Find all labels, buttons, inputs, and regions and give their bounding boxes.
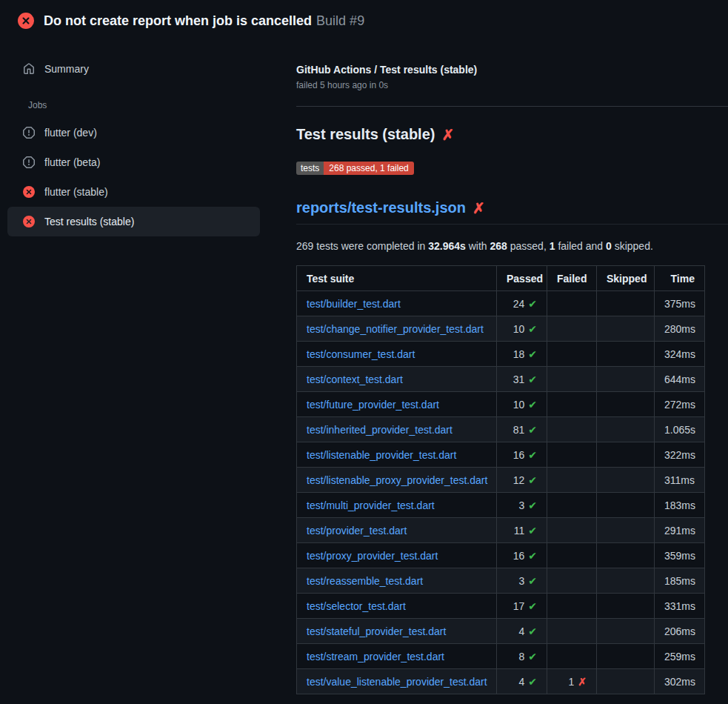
failed-cell <box>547 367 597 392</box>
table-row: test/future_provider_test.dart 10✔ 272ms <box>297 392 705 417</box>
failed-cell <box>547 568 597 594</box>
passed-count: 16 <box>513 550 525 562</box>
results-table: Test suite Passed Failed Skipped Time te… <box>296 265 705 694</box>
tests-summary: 269 tests were completed in 32.964s with… <box>296 240 728 252</box>
suite-link[interactable]: test/reassemble_test.dart <box>307 575 423 587</box>
passed-count: 31 <box>513 373 525 385</box>
suite-link[interactable]: test/value_listenable_provider_test.dart <box>307 676 487 688</box>
failed-icon <box>23 186 35 198</box>
col-failed: Failed <box>547 266 597 291</box>
skipped-cell <box>597 493 655 518</box>
check-icon: ✔ <box>528 373 537 385</box>
col-passed: Passed <box>497 266 547 291</box>
report-link[interactable]: reports/test-results.json <box>296 199 466 216</box>
time-value: 280ms <box>655 316 705 342</box>
failed-x-icon: ✗ <box>441 127 454 142</box>
tests-badge: tests268 passed, 1 failed <box>296 162 414 175</box>
time-value: 375ms <box>655 291 705 316</box>
failed-cell <box>547 644 597 669</box>
check-icon: ✔ <box>528 449 537 461</box>
skipped-cell <box>597 568 655 594</box>
suite-link[interactable]: test/provider_test.dart <box>307 525 407 537</box>
suite-link[interactable]: test/change_notifier_provider_test.dart <box>307 323 484 335</box>
check-icon: ✔ <box>528 550 537 562</box>
failed-cell <box>547 493 597 518</box>
passed-count: 10 <box>513 323 525 335</box>
sidebar-item-label: Test results (stable) <box>44 216 134 228</box>
skipped-cell <box>597 392 655 417</box>
time-value: 206ms <box>655 619 705 644</box>
main-content: GitHub Actions / Test results (stable) f… <box>296 41 728 694</box>
failed-x-icon: ✗ <box>472 201 485 216</box>
sidebar-item-test-results-stable[interactable]: Test results (stable) <box>7 207 260 236</box>
suite-link[interactable]: test/future_provider_test.dart <box>307 399 439 411</box>
time-value: 324ms <box>655 342 705 367</box>
time-value: 185ms <box>655 568 705 594</box>
time-value: 359ms <box>655 543 705 568</box>
passed-count: 18 <box>513 348 525 360</box>
skipped-cell <box>597 669 655 694</box>
passed-count: 3 <box>518 499 524 511</box>
passed-count: 4 <box>518 676 524 688</box>
col-skipped: Skipped <box>597 266 655 291</box>
suite-link[interactable]: test/multi_provider_test.dart <box>307 499 435 511</box>
passed-count: 4 <box>518 625 524 637</box>
passed-count: 81 <box>513 424 525 436</box>
suite-link[interactable]: test/context_test.dart <box>307 373 403 385</box>
table-row: test/stream_provider_test.dart 8✔ 259ms <box>297 644 705 669</box>
check-icon: ✔ <box>528 625 537 637</box>
suite-link[interactable]: test/listenable_proxy_provider_test.dart <box>307 474 487 486</box>
skipped-cell <box>597 543 655 568</box>
badge-label: tests <box>296 162 324 175</box>
failed-cell <box>547 442 597 468</box>
skipped-cell <box>597 342 655 367</box>
cross-icon: ✗ <box>578 676 587 688</box>
sidebar-item-summary[interactable]: Summary <box>7 54 260 84</box>
suite-link[interactable]: test/stream_provider_test.dart <box>307 651 444 663</box>
failed-cell <box>547 342 597 367</box>
passed-count: 17 <box>513 600 525 612</box>
col-time: Time <box>655 266 705 291</box>
sidebar-item-flutter-beta[interactable]: flutter (beta) <box>7 147 260 177</box>
run-meta: failed 5 hours ago in 0s <box>296 80 728 90</box>
skipped-cell <box>597 291 655 316</box>
summary-passed: 268 <box>490 240 507 252</box>
sidebar-item-flutter-dev[interactable]: flutter (dev) <box>7 118 260 147</box>
suite-link[interactable]: test/selector_test.dart <box>307 600 406 612</box>
passed-count: 10 <box>513 399 525 411</box>
check-icon: ✔ <box>528 348 537 360</box>
skipped-cell <box>597 594 655 619</box>
check-icon: ✔ <box>528 676 537 688</box>
failed-cell <box>547 594 597 619</box>
failed-cell <box>547 468 597 493</box>
skipped-cell <box>597 316 655 342</box>
suite-link[interactable]: test/proxy_provider_test.dart <box>307 550 438 562</box>
failed-cell <box>547 518 597 543</box>
jobs-section-label: Jobs <box>28 100 296 110</box>
sidebar-item-flutter-stable[interactable]: flutter (stable) <box>7 177 260 207</box>
table-row: test/proxy_provider_test.dart 16✔ 359ms <box>297 543 705 568</box>
suite-link[interactable]: test/builder_test.dart <box>307 298 401 310</box>
table-row: test/builder_test.dart 24✔ 375ms <box>297 291 705 316</box>
time-value: 331ms <box>655 594 705 619</box>
suite-link[interactable]: test/listenable_provider_test.dart <box>307 449 456 461</box>
suite-link[interactable]: test/consumer_test.dart <box>307 348 415 360</box>
table-row: test/inherited_provider_test.dart 81✔ 1.… <box>297 417 705 442</box>
suite-link[interactable]: test/stateful_provider_test.dart <box>307 625 446 637</box>
failed-cell <box>547 392 597 417</box>
table-row: test/consumer_test.dart 18✔ 324ms <box>297 342 705 367</box>
check-icon: ✔ <box>528 525 537 537</box>
failed-status-icon <box>18 13 34 29</box>
passed-count: 8 <box>518 651 524 663</box>
section-title-text: Test results (stable) <box>296 126 435 143</box>
breadcrumb: GitHub Actions / Test results (stable) <box>296 64 728 76</box>
time-value: 291ms <box>655 518 705 543</box>
time-value: 183ms <box>655 493 705 518</box>
table-header-row: Test suite Passed Failed Skipped Time <box>297 266 705 291</box>
sidebar-item-label: flutter (stable) <box>44 186 108 198</box>
time-value: 311ms <box>655 468 705 493</box>
home-icon <box>23 63 35 75</box>
suite-link[interactable]: test/inherited_provider_test.dart <box>307 424 453 436</box>
check-icon: ✔ <box>528 474 537 486</box>
check-icon: ✔ <box>528 323 537 335</box>
